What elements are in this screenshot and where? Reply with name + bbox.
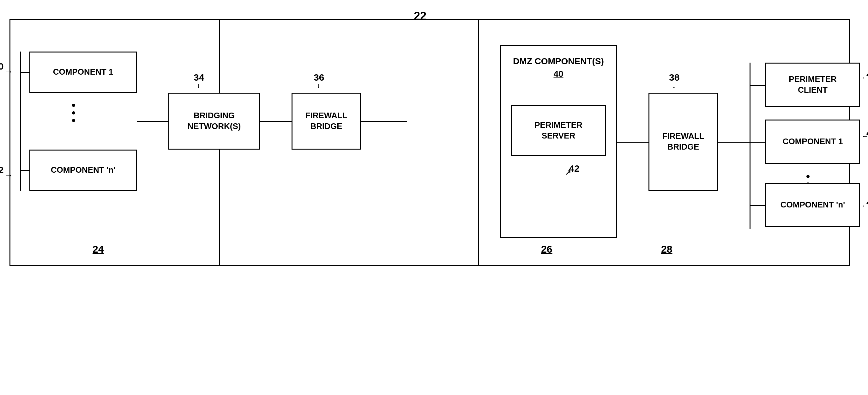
perimeter-client-label: PERIMETER CLIENT xyxy=(789,74,837,95)
right-bracket-hline-mid xyxy=(749,142,765,143)
component1-right-box: COMPONENT 1 xyxy=(765,119,860,164)
perimeter-server-label: PERIMETER SERVER xyxy=(534,120,583,141)
section-label-26: 26 xyxy=(541,244,553,255)
label-44-arrow: ← xyxy=(862,132,868,140)
firewall-bridge-right-label: FIREWALL BRIDGE xyxy=(662,131,704,152)
firewall-bridge-left-label: FIREWALL BRIDGE xyxy=(305,110,347,132)
right-bracket-vline xyxy=(749,63,750,229)
component-n-left-label: COMPONENT 'n' xyxy=(51,165,115,175)
label-38: 38 xyxy=(669,72,679,83)
hline-dmz-to-fw2 xyxy=(617,142,649,143)
dmz-outer-box: DMZ COMPONENT(S) 40 PERIMETER SERVER 42 … xyxy=(500,45,617,238)
label-42-arrow: ↗ xyxy=(565,168,571,177)
perimeter-client-box: PERIMETER CLIENT xyxy=(765,63,860,107)
hline-to-bridging xyxy=(137,121,168,122)
component1-left-box: COMPONENT 1 xyxy=(29,52,137,93)
label-48-arrow: ← xyxy=(862,74,868,82)
label-34-arrow: ↓ xyxy=(197,82,200,90)
label-34: 34 xyxy=(194,72,204,83)
right-bracket-hline-top xyxy=(749,85,765,86)
component-n-left-box: COMPONENT 'n' xyxy=(29,149,137,191)
perimeter-server-box: PERIMETER SERVER xyxy=(511,105,606,156)
left-bracket-hline-top xyxy=(20,72,30,73)
left-bracket-hline-bot xyxy=(20,170,30,171)
bridging-network-label: BRIDGING NETWORK(S) xyxy=(188,110,241,132)
section-label-28: 28 xyxy=(661,244,673,255)
component-n-right-label: COMPONENT 'n' xyxy=(780,200,845,210)
right-bracket-hline-bot xyxy=(749,205,765,206)
label-30: 30 xyxy=(0,61,3,72)
label-46-arrow: ← xyxy=(862,202,868,210)
divider-right xyxy=(478,20,479,265)
dmz-label: DMZ COMPONENT(S) 40 xyxy=(513,56,604,80)
firewall-bridge-right-box: FIREWALL BRIDGE xyxy=(649,93,718,191)
hline-fw-to-dmz xyxy=(361,121,407,122)
firewall-bridge-left-box: FIREWALL BRIDGE xyxy=(291,93,361,149)
label-36-arrow: ↓ xyxy=(317,82,320,90)
component-n-right-box: COMPONENT 'n' xyxy=(765,183,860,227)
label-38-arrow: ↓ xyxy=(672,82,676,90)
label-32: 32 xyxy=(0,165,3,175)
label-40: 40 xyxy=(513,68,604,80)
left-dots xyxy=(72,104,75,122)
label-30-arrow: → xyxy=(5,67,13,77)
label-32-arrow: → xyxy=(5,170,13,180)
hline-bridging-to-fw xyxy=(260,121,291,122)
component1-right-label: COMPONENT 1 xyxy=(783,136,843,147)
bridging-network-box: BRIDGING NETWORK(S) xyxy=(168,93,260,149)
section-label-24: 24 xyxy=(93,244,104,255)
component1-left-label: COMPONENT 1 xyxy=(53,67,114,78)
main-diagram-box: COMPONENT 1 COMPONENT 'n' 30 → 32 → 24 B… xyxy=(9,19,850,266)
hline-fw2-to-right xyxy=(718,142,749,143)
label-36: 36 xyxy=(314,72,324,83)
